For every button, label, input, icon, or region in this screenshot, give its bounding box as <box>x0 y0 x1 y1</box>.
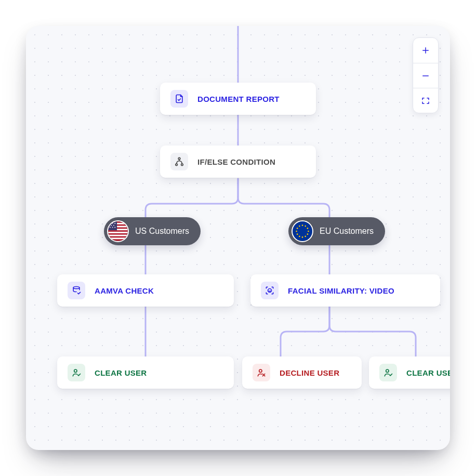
node-label: IF/ELSE CONDITION <box>197 157 275 166</box>
svg-point-28 <box>302 236 303 238</box>
svg-point-38 <box>386 369 389 372</box>
zoom-in-button[interactable] <box>413 38 438 63</box>
svg-rect-5 <box>108 223 128 224</box>
plus-icon <box>421 46 430 55</box>
node-label: AAMVA CHECK <box>95 286 154 295</box>
svg-point-27 <box>305 236 306 237</box>
us-flag-icon <box>107 220 129 242</box>
svg-rect-11 <box>108 221 117 230</box>
svg-point-33 <box>299 226 300 227</box>
svg-point-34 <box>73 287 80 289</box>
node-facial-similarity[interactable]: FACIAL SIMILARITY: VIDEO <box>250 274 440 307</box>
svg-point-29 <box>299 236 300 237</box>
svg-point-17 <box>110 227 111 228</box>
expand-icon <box>421 96 430 105</box>
svg-point-30 <box>297 233 298 235</box>
node-aamva-check[interactable]: AAMVA CHECK <box>57 274 234 307</box>
node-decline-user[interactable]: DECLINE USER <box>242 356 362 389</box>
svg-point-36 <box>74 369 77 372</box>
zoom-controls <box>413 37 439 113</box>
svg-point-22 <box>302 224 303 226</box>
svg-point-15 <box>111 225 112 226</box>
branch-pill-us[interactable]: US Customers <box>104 217 201 245</box>
svg-rect-9 <box>108 235 128 236</box>
user-x-icon <box>253 364 270 381</box>
zoom-fit-button[interactable] <box>413 88 438 113</box>
svg-point-26 <box>307 233 309 235</box>
node-label: DOCUMENT REPORT <box>197 95 280 103</box>
database-check-icon <box>68 282 85 299</box>
svg-point-19 <box>114 227 115 228</box>
svg-point-14 <box>114 223 115 224</box>
svg-point-32 <box>297 228 298 229</box>
svg-rect-21 <box>293 221 312 241</box>
node-label: CLEAR USER <box>406 368 450 377</box>
svg-point-16 <box>113 225 114 226</box>
svg-point-23 <box>305 226 306 227</box>
svg-point-25 <box>308 231 309 232</box>
svg-point-12 <box>110 223 111 224</box>
branch-icon <box>170 153 188 170</box>
svg-point-13 <box>112 223 113 224</box>
minus-icon <box>421 71 430 81</box>
svg-rect-8 <box>108 232 128 233</box>
svg-point-18 <box>112 227 113 228</box>
node-clear-user-us[interactable]: CLEAR USER <box>57 356 234 389</box>
branch-label: EU Customers <box>320 227 374 236</box>
eu-flag-icon <box>292 220 313 242</box>
user-check-icon <box>68 364 85 381</box>
svg-rect-10 <box>108 237 128 239</box>
face-scan-icon <box>261 282 279 299</box>
svg-point-24 <box>307 228 309 229</box>
branch-pill-eu[interactable]: EU Customers <box>288 217 385 245</box>
node-label: DECLINE USER <box>280 368 339 377</box>
zoom-out-button[interactable] <box>413 63 438 88</box>
svg-point-37 <box>259 369 262 372</box>
branch-label: US Customers <box>135 227 189 236</box>
user-check-icon <box>379 364 397 381</box>
node-document-report[interactable]: DOCUMENT REPORT <box>160 83 316 115</box>
node-condition[interactable]: IF/ELSE CONDITION <box>160 146 316 178</box>
svg-point-31 <box>296 231 297 232</box>
document-check-icon <box>170 90 188 108</box>
node-label: FACIAL SIMILARITY: VIDEO <box>288 286 394 295</box>
node-label: CLEAR USER <box>95 368 147 377</box>
node-clear-user-eu[interactable]: CLEAR USER <box>369 356 450 389</box>
workflow-canvas[interactable]: DOCUMENT REPORT IF/ELSE CONDITION <box>26 26 450 450</box>
